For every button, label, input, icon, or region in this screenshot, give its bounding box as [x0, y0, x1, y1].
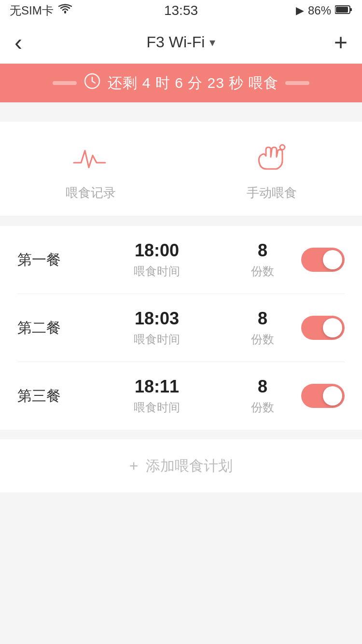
- meal-1-time-label: 喂食时间: [134, 264, 180, 279]
- meal-row-2: 第二餐 18:03 喂食时间 8 份数: [0, 294, 362, 362]
- hand-icon: [252, 141, 291, 175]
- meal-1-toggle-knob: [323, 250, 342, 269]
- meal-2-time[interactable]: 18:03: [135, 308, 179, 329]
- meal-2-time-label: 喂食时间: [134, 332, 180, 347]
- meal-row-1: 第一餐 18:00 喂食时间 8 份数: [0, 226, 362, 294]
- meal-3-time[interactable]: 18:11: [135, 377, 179, 397]
- meal-section: 第一餐 18:00 喂食时间 8 份数 第二餐 18:03 喂食时间 8 份数: [0, 226, 362, 430]
- meal-1-portions: 8 份数: [238, 240, 287, 279]
- mid-spacer: [0, 216, 362, 226]
- meal-2-label: 第二餐: [17, 318, 75, 338]
- banner-deco-left: [53, 81, 77, 85]
- nav-title: F3 Wi-Fi ▾: [147, 33, 216, 51]
- nav-title-text: F3 Wi-Fi: [147, 33, 205, 51]
- timer-text: 还剩 4 时 6 分 23 秒 喂食: [108, 73, 278, 93]
- clock-icon: [84, 72, 101, 94]
- meal-1-toggle-wrap: [296, 248, 345, 272]
- meal-3-portions-label: 份数: [251, 400, 274, 415]
- meal-2-portions: 8 份数: [238, 308, 287, 347]
- add-plan-button[interactable]: + 添加喂食计划: [0, 439, 362, 492]
- status-time: 13:53: [164, 3, 198, 18]
- feeding-record-label: 喂食记录: [66, 184, 116, 201]
- back-button[interactable]: ‹: [14, 29, 43, 56]
- location-icon: ▶: [296, 4, 304, 17]
- meal-2-toggle[interactable]: [301, 316, 345, 340]
- meal-1-portions-label: 份数: [251, 264, 274, 279]
- meal-1-time[interactable]: 18:00: [135, 240, 179, 261]
- add-plan-plus: +: [129, 457, 139, 475]
- chevron-down-icon[interactable]: ▾: [209, 36, 215, 49]
- meal-3-details: 18:11 喂食时间: [75, 377, 238, 415]
- meal-3-portions-val[interactable]: 8: [258, 377, 267, 397]
- meal-1-label: 第一餐: [17, 250, 75, 270]
- meal-2-toggle-knob: [323, 318, 342, 337]
- meal-3-label: 第三餐: [17, 386, 75, 406]
- feeding-record-button[interactable]: 喂食记录: [0, 141, 181, 201]
- meal-3-time-label: 喂食时间: [134, 400, 180, 415]
- status-right: ▶ 86%: [296, 4, 352, 17]
- activity-icon: [71, 141, 110, 175]
- timer-banner: 还剩 4 时 6 分 23 秒 喂食: [0, 64, 362, 102]
- add-button[interactable]: +: [319, 31, 348, 54]
- svg-rect-1: [350, 8, 352, 11]
- battery-percent: 86%: [308, 4, 331, 17]
- quick-actions-card: 喂食记录 手动喂食: [0, 122, 362, 216]
- meal-2-toggle-wrap: [296, 316, 345, 340]
- meal-3-toggle[interactable]: [301, 384, 345, 408]
- carrier-label: 无SIM卡: [10, 3, 54, 18]
- manual-feed-label: 手动喂食: [247, 184, 297, 201]
- top-spacer: [0, 102, 362, 112]
- meal-3-toggle-wrap: [296, 384, 345, 408]
- meal-1-details: 18:00 喂食时间: [75, 240, 238, 279]
- status-bar: 无SIM卡 13:53 ▶ 86%: [0, 0, 362, 21]
- nav-bar: ‹ F3 Wi-Fi ▾ +: [0, 21, 362, 64]
- meal-2-details: 18:03 喂食时间: [75, 308, 238, 347]
- meal-2-portions-label: 份数: [251, 332, 274, 347]
- meal-3-portions: 8 份数: [238, 377, 287, 415]
- quick-actions: 喂食记录 手动喂食: [0, 122, 362, 216]
- meal-1-toggle[interactable]: [301, 248, 345, 272]
- meal-3-toggle-knob: [323, 386, 342, 406]
- svg-rect-2: [336, 7, 348, 13]
- add-plan-label: 添加喂食计划: [146, 456, 233, 476]
- manual-feed-button[interactable]: 手动喂食: [181, 141, 362, 201]
- meal-1-portions-val[interactable]: 8: [258, 240, 267, 261]
- meal-2-portions-val[interactable]: 8: [258, 308, 267, 329]
- meal-row-3: 第三餐 18:11 喂食时间 8 份数: [0, 362, 362, 430]
- status-left: 无SIM卡: [10, 3, 72, 18]
- banner-deco-right: [285, 81, 309, 85]
- battery-icon: [335, 4, 352, 17]
- wifi-icon: [58, 4, 72, 17]
- svg-point-4: [280, 145, 285, 150]
